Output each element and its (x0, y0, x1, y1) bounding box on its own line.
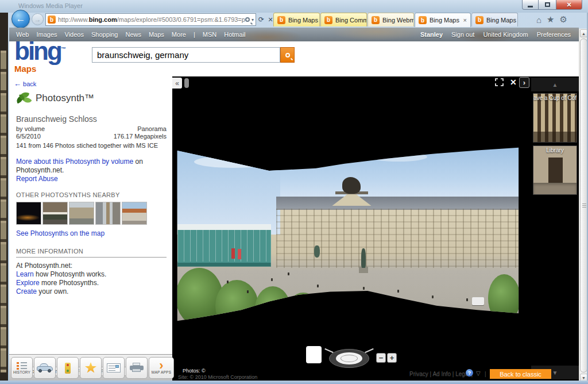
user-name[interactable]: Stanley (420, 31, 443, 38)
more-about-link[interactable]: More about this Photosynth by volume (16, 158, 133, 166)
favorites-star-icon[interactable]: ★ (547, 14, 554, 25)
related-synths-strip: ▲ ave a Cup of Coffe Library ▼ (531, 76, 579, 381)
nearby-thumbnail[interactable] (16, 202, 41, 225)
map-apps-button[interactable]: › MAP APPS (149, 357, 174, 379)
nearby-thumbnail[interactable] (122, 202, 147, 225)
related-thumbnail-library[interactable]: Library (533, 145, 577, 195)
strip-scroll-up[interactable]: ▲ (531, 78, 579, 91)
tab-bing-webmaster[interactable]: b Bing Webma... (368, 13, 414, 26)
refresh-button[interactable]: ⟳ (257, 13, 266, 26)
pano-tree (215, 280, 258, 332)
nav-separator: | (194, 31, 195, 38)
print-button[interactable] (126, 357, 148, 379)
toolbar-buttons: HISTORY › MAP APPS (11, 357, 174, 379)
nav-link-videos[interactable]: Videos (65, 31, 84, 38)
nav-link-shopping[interactable]: Shopping (91, 31, 118, 38)
search-input[interactable] (92, 47, 280, 63)
tab-bing-maps-2[interactable]: b Bing Maps (471, 13, 518, 26)
compass-control[interactable] (329, 349, 369, 368)
nearby-thumbnail[interactable] (42, 202, 68, 225)
chevron-down-icon[interactable]: ▾ (252, 17, 254, 22)
close-window-button[interactable]: ✕ (556, 0, 582, 10)
overhead-view-button[interactable] (306, 346, 322, 363)
related-thumbnail-coffee[interactable]: ave a Cup of Coffe (533, 93, 577, 143)
directions-button[interactable] (34, 357, 56, 379)
footer-separator: | (485, 371, 486, 377)
nav-link-msn[interactable]: MSN (203, 31, 216, 38)
close-icon: ✕ (566, 1, 571, 9)
triangle-outline-icon[interactable]: ▽ (476, 370, 481, 377)
background-window-title: Windows Media Player (18, 2, 83, 9)
back-arrow-icon: ← (16, 13, 26, 25)
minimize-button[interactable] (522, 0, 539, 10)
pano-palace-roof (276, 197, 519, 209)
map-toolbar: http://www.bing.com/?FORM=Z9FD1 HISTORY (9, 354, 172, 381)
star-icon (85, 362, 97, 374)
bing-favicon: b (475, 16, 483, 24)
expand-panel-button[interactable]: › (519, 77, 529, 88)
about-links: More about this Photosynth by volume on … (16, 158, 168, 175)
sign-out-link[interactable]: Sign out (451, 31, 474, 38)
create-link[interactable]: Create (16, 287, 37, 295)
zoom-in-button[interactable]: + (387, 353, 397, 363)
maximize-button[interactable] (539, 0, 556, 10)
page-scrollbar[interactable]: ▲ ▼ (579, 29, 587, 383)
history-button[interactable]: HISTORY (11, 357, 33, 379)
drag-handle[interactable] (184, 78, 189, 88)
rotate-left-icon[interactable] (324, 348, 333, 353)
bing-logo[interactable]: bing™ (14, 37, 66, 66)
nearby-heading: OTHER PHOTOSYNTHS NEARBY (16, 191, 120, 198)
bing-favicon: b (48, 16, 56, 24)
collapse-sidebar-button[interactable]: « (172, 78, 182, 89)
report-abuse-link[interactable]: Report Abuse (16, 175, 58, 183)
synth-date: 6/5/2010 (16, 133, 41, 140)
search-button[interactable] (280, 47, 295, 63)
preferences-link[interactable]: Preferences (537, 31, 571, 38)
nearby-thumbnail[interactable] (95, 202, 121, 225)
browser-forward-button[interactable]: → (32, 13, 44, 25)
learn-link[interactable]: Learn (16, 270, 34, 278)
nearby-thumbnails (16, 202, 147, 225)
window-frame-bottom (0, 381, 588, 384)
nav-link-hotmail[interactable]: Hotmail (224, 31, 245, 38)
pano-tree (176, 268, 222, 326)
bing-favicon: b (372, 16, 380, 24)
site-credit: Site: © 2010 Microsoft Corporation (178, 374, 257, 380)
home-icon[interactable]: ⌂ (536, 15, 541, 25)
share-email-button[interactable] (103, 357, 125, 379)
traffic-button[interactable] (57, 357, 79, 379)
photosynth-header: Photosynth™ (16, 92, 94, 105)
nav-link-maps[interactable]: Maps (149, 31, 164, 38)
saved-places-button[interactable] (80, 357, 102, 379)
info-intro: At Photosynth.net: (16, 262, 72, 270)
help-icon[interactable]: ? (466, 369, 473, 377)
tab-bing-maps-active[interactable]: b Bing Maps × (415, 13, 471, 27)
see-on-map-link[interactable]: See Photosynths on the map (16, 229, 105, 237)
fullscreen-icon[interactable] (495, 78, 504, 86)
back-to-classic-button[interactable]: Back to classic (490, 369, 551, 379)
region-link[interactable]: United Kingdom (483, 31, 528, 38)
settings-gear-icon[interactable]: ⚙ (560, 14, 567, 25)
close-viewer-icon[interactable]: ✕ (510, 78, 517, 87)
pano-sky (172, 143, 280, 235)
panorama-image[interactable] (172, 76, 531, 381)
nav-link-more[interactable]: More (172, 31, 186, 38)
maps-product-label[interactable]: Maps (14, 64, 36, 74)
address-bar[interactable]: b http://www.bing.com/maps/explore/#5003… (45, 13, 256, 26)
tab-close-icon[interactable]: × (463, 17, 467, 24)
tab-bing-maps-1[interactable]: b Bing Maps (273, 13, 320, 26)
nearby-thumbnail[interactable] (69, 202, 94, 225)
car-icon (37, 363, 53, 373)
pano-tree (287, 293, 319, 329)
rotate-right-icon[interactable] (365, 348, 373, 353)
zoom-out-button[interactable]: − (376, 353, 386, 363)
footer-links[interactable]: Privacy | Ad Info | Legal | (409, 371, 473, 377)
tab-bing-community[interactable]: b Bing Comm... (320, 13, 367, 26)
pano-palace-facade (276, 209, 519, 268)
explore-link[interactable]: Explore (16, 279, 40, 287)
search-icon[interactable] (245, 17, 250, 22)
browser-back-button[interactable]: ← (11, 10, 30, 28)
back-link[interactable]: ← back (14, 79, 36, 88)
nav-link-news[interactable]: News (125, 31, 141, 38)
synth-resolution: 176.17 Megapixels (114, 133, 167, 140)
